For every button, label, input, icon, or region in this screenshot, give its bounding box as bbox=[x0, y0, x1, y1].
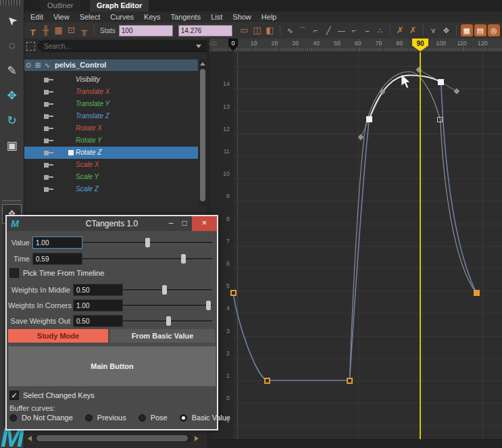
menu-keys[interactable]: Keys bbox=[144, 11, 160, 22]
keyframe-6[interactable] bbox=[474, 290, 480, 296]
channel-row-rotate-z[interactable]: Rotate Z bbox=[24, 147, 198, 159]
weights-in-middle-field[interactable] bbox=[73, 284, 123, 296]
tangent-handle-point[interactable] bbox=[379, 89, 385, 95]
scale-tool-icon[interactable]: ▣ bbox=[0, 133, 24, 158]
weights-in-corners-field[interactable] bbox=[73, 299, 123, 312]
plateau-tangent-icon[interactable]: ⌣ bbox=[361, 22, 374, 39]
channel-tree-root[interactable]: ⊙⊞∿pelvis_Control bbox=[24, 59, 198, 71]
spline-tangent-icon[interactable]: ⌒ bbox=[297, 22, 309, 39]
radio-do-not-change[interactable]: Do Not Change bbox=[9, 414, 73, 422]
keyframe-2[interactable] bbox=[347, 378, 353, 384]
horizontal-scroll-track[interactable] bbox=[34, 434, 192, 442]
graph-view[interactable]: 0 90 14131211109876543210-1-2-1010203040… bbox=[207, 39, 502, 448]
keyframe-5[interactable] bbox=[437, 117, 443, 122]
animation-curves bbox=[209, 39, 502, 448]
main-button[interactable]: Main Button bbox=[8, 346, 216, 387]
menu-show[interactable]: Show bbox=[232, 11, 251, 22]
retime-keys-icon[interactable]: ╥ bbox=[78, 22, 91, 39]
menu-select[interactable]: Select bbox=[80, 11, 101, 22]
keyframe-4[interactable] bbox=[438, 79, 444, 85]
channel-row-scale-y[interactable]: Scale Y bbox=[24, 171, 198, 183]
weights-in-corners-slider-handle[interactable] bbox=[206, 301, 211, 310]
weights-in-corners-slider-track[interactable] bbox=[123, 305, 212, 307]
stats-value-field[interactable] bbox=[178, 25, 232, 36]
horizontal-scroll-thumb[interactable] bbox=[36, 435, 188, 441]
menu-help[interactable]: Help bbox=[261, 11, 277, 22]
tab-outliner[interactable]: Outliner bbox=[41, 0, 80, 11]
save-weights-out-field[interactable] bbox=[73, 315, 123, 327]
clamped-tangent-icon[interactable]: ⌐ bbox=[309, 22, 322, 39]
trax-editor-panel-icon[interactable]: ▤ bbox=[474, 24, 486, 36]
channel-row-scale-z[interactable]: Scale Z bbox=[24, 183, 198, 195]
camera-sequencer-panel-icon[interactable]: ◎ bbox=[488, 24, 500, 36]
from-basic-value-button[interactable]: From Basic Value bbox=[110, 329, 215, 343]
vertical-scroll-thumb[interactable] bbox=[200, 69, 205, 201]
time-slider-handle[interactable] bbox=[181, 254, 186, 264]
time-slider-track[interactable] bbox=[82, 258, 212, 260]
selected-channel-checkbox[interactable] bbox=[68, 150, 74, 155]
channel-row-translate-y[interactable]: Translate Y bbox=[24, 98, 198, 110]
select-changed-keys-checkbox[interactable] bbox=[9, 391, 19, 400]
stacked-view-icon[interactable]: ◫ bbox=[251, 22, 263, 39]
tangent-handle-point[interactable] bbox=[416, 67, 422, 73]
linear-tangent-icon[interactable]: ╱ bbox=[322, 22, 335, 39]
buffer-curve-swap-icon[interactable]: ✗ bbox=[407, 22, 420, 39]
menu-edit[interactable]: Edit bbox=[30, 11, 43, 22]
normalized-view-icon[interactable]: ◧ bbox=[263, 22, 276, 39]
save-weights-out-slider-handle[interactable] bbox=[166, 316, 171, 326]
absolute-view-icon[interactable]: ▭ bbox=[238, 22, 251, 39]
move-nearest-picked-key-icon[interactable]: ┲ bbox=[26, 22, 39, 39]
region-select-keys-icon[interactable]: ⊡ bbox=[65, 22, 78, 39]
search-input[interactable] bbox=[38, 41, 212, 52]
keyframe-3[interactable] bbox=[366, 116, 372, 122]
channel-row-rotate-y[interactable]: Rotate Y bbox=[24, 134, 198, 147]
channel-horizontal-scrollbar[interactable] bbox=[24, 434, 203, 443]
study-mode-button[interactable]: Study Mode bbox=[8, 329, 108, 343]
stats-time-field[interactable] bbox=[119, 25, 173, 36]
radio-basic-value[interactable]: Basic Value bbox=[180, 414, 230, 422]
rotate-tool-icon[interactable]: ↻ bbox=[0, 108, 24, 133]
buffer-curve-snapshot-icon[interactable]: ✗ bbox=[394, 22, 407, 39]
tangent-handle-point[interactable] bbox=[357, 134, 363, 141]
dope-sheet-panel-icon[interactable]: ▦ bbox=[461, 24, 473, 36]
paint-select-tool-icon[interactable]: ✎ bbox=[0, 58, 24, 83]
pick-time-checkbox[interactable] bbox=[9, 268, 19, 278]
maximize-button[interactable]: □ bbox=[178, 216, 191, 231]
search-dropdown-icon[interactable] bbox=[196, 45, 201, 48]
move-keys-tool-icon[interactable]: ✥ bbox=[440, 22, 453, 39]
lattice-deform-keys-icon[interactable]: ▦ bbox=[52, 22, 65, 39]
time-field[interactable] bbox=[32, 253, 82, 265]
channel-row-rotate-x[interactable]: Rotate X bbox=[24, 122, 198, 134]
auto-tangent-icon[interactable]: ∿ bbox=[284, 22, 297, 39]
weights-in-middle-slider-track[interactable] bbox=[123, 289, 212, 291]
channel-row-translate-x[interactable]: Translate X bbox=[24, 86, 198, 98]
minimize-button[interactable]: – bbox=[164, 216, 178, 231]
channel-row-scale-x[interactable]: Scale X bbox=[24, 159, 198, 171]
scroll-right-icon[interactable] bbox=[194, 434, 201, 443]
step-tangent-icon[interactable]: ⌐ bbox=[348, 22, 361, 39]
scroll-up-icon[interactable] bbox=[199, 61, 206, 68]
menu-view[interactable]: View bbox=[53, 11, 70, 22]
channel-vertical-scrollbar[interactable] bbox=[199, 59, 206, 207]
weights-in-middle-slider-handle[interactable] bbox=[162, 285, 167, 295]
flat-tangent-icon[interactable]: — bbox=[335, 22, 348, 39]
radio-pose[interactable]: Pose bbox=[139, 414, 168, 422]
insert-keys-icon[interactable]: ╫ bbox=[39, 22, 52, 39]
channel-row-visibility[interactable]: Visibility bbox=[24, 74, 198, 86]
menu-curves[interactable]: Curves bbox=[110, 11, 134, 22]
keyframe-0[interactable] bbox=[230, 290, 236, 296]
menu-tangents[interactable]: Tangents bbox=[171, 11, 201, 22]
fixed-tangent-icon[interactable]: ∴ bbox=[374, 22, 386, 39]
close-button[interactable]: × bbox=[192, 216, 217, 231]
menu-list[interactable]: List bbox=[211, 11, 222, 22]
keyframe-1[interactable] bbox=[264, 378, 270, 384]
radio-previous[interactable]: Previous bbox=[85, 414, 126, 422]
break-tangents-icon[interactable]: ⋎ bbox=[427, 22, 440, 39]
channel-row-translate-z[interactable]: Translate Z bbox=[24, 110, 198, 122]
value-field[interactable] bbox=[32, 237, 82, 249]
value-slider-handle[interactable] bbox=[145, 238, 150, 247]
dialog-titlebar[interactable]: M CTangents 1.0 – □ × bbox=[7, 216, 217, 231]
move-tool-icon[interactable]: ✥ bbox=[0, 83, 24, 108]
tab-graph-editor[interactable]: Graph Editor bbox=[90, 0, 149, 11]
scroll-left-icon[interactable] bbox=[27, 434, 34, 443]
